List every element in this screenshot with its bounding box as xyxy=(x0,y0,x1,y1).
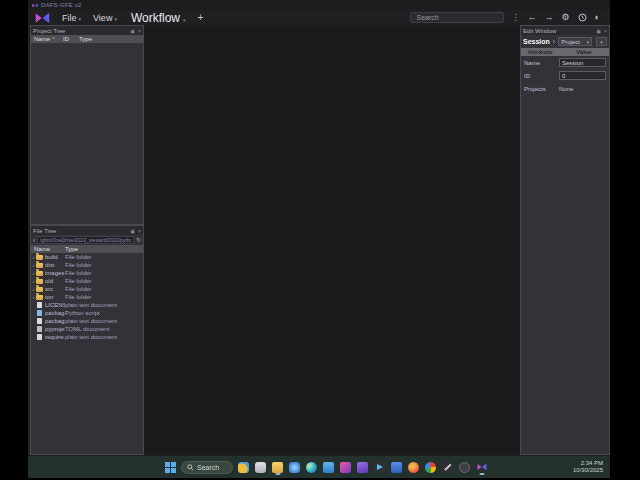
photo-viewer-icon xyxy=(425,462,436,473)
taskbar-notes-button[interactable] xyxy=(441,460,454,475)
file-tree-row[interactable]: › images File folder xyxy=(31,269,143,277)
close-panel-icon[interactable]: × xyxy=(138,228,141,234)
refresh-icon[interactable]: ↻ xyxy=(136,237,141,243)
column-type[interactable]: Type xyxy=(65,246,143,252)
file-tree-row[interactable]: pyproje... TOML document xyxy=(31,325,143,333)
taskbar-dev-app-button[interactable] xyxy=(458,460,471,475)
start-button[interactable] xyxy=(164,460,177,475)
float-panel-icon[interactable]: ▣ xyxy=(596,28,601,34)
close-panel-icon[interactable]: × xyxy=(138,28,141,34)
column-name[interactable]: Name xyxy=(31,246,65,252)
menubar: File ▾ View ▾ Workflow ▾ + ⋮ ← → ⚙ xyxy=(28,10,610,25)
file-tree-row[interactable]: LICENS... plain text document xyxy=(31,301,143,309)
taskbar-edge-button[interactable] xyxy=(305,460,318,475)
taskbar-widgets-button[interactable] xyxy=(237,460,250,475)
file-tree-row[interactable]: packag... Python script xyxy=(31,309,143,317)
search-input[interactable] xyxy=(410,12,504,23)
taskbar-browser-button[interactable] xyxy=(407,460,420,475)
dev-app-icon xyxy=(459,462,470,473)
titlebar[interactable]: DAFS-GFE v2 xyxy=(28,0,610,10)
history-clock-icon[interactable] xyxy=(578,13,587,22)
project-tree-title: Project Tree xyxy=(33,28,65,34)
taskbar-file-explorer-button[interactable] xyxy=(271,460,284,475)
app-logo-icon-large xyxy=(35,12,50,24)
folder-icon xyxy=(36,279,43,284)
text-file-icon xyxy=(37,302,42,308)
theme-toggle-icon[interactable]: ◐ xyxy=(595,13,600,22)
app-logo-icon xyxy=(32,3,38,8)
project-dropdown[interactable]: Project ▾ xyxy=(558,37,592,46)
windows-start-icon xyxy=(165,462,176,473)
taskbar-search-button[interactable]: Search xyxy=(181,461,233,474)
menu-file[interactable]: File ▾ xyxy=(62,13,81,23)
column-id[interactable]: ID xyxy=(63,36,79,42)
taskbar-workflow-app-button[interactable] xyxy=(475,460,488,475)
gear-icon[interactable]: ⚙ xyxy=(561,13,569,22)
file-tree-row[interactable]: › dist File folder xyxy=(31,261,143,269)
file-type: plain text document xyxy=(65,334,143,340)
window-title: DAFS-GFE v2 xyxy=(41,2,82,8)
projects-value-text: None xyxy=(559,86,573,92)
running-indicator xyxy=(275,473,280,475)
system-clock[interactable]: 2:34 PM 10/30/2025 xyxy=(573,460,603,474)
panel-controls: ▣ × xyxy=(130,28,141,34)
menu-view-label: View xyxy=(93,13,112,23)
menu-view[interactable]: View ▾ xyxy=(93,13,117,23)
taskbar-photo-viewer-button[interactable] xyxy=(424,460,437,475)
file-tree-row[interactable]: › old File folder xyxy=(31,277,143,285)
forward-icon[interactable]: → xyxy=(544,13,553,22)
chevron-down-icon: ▾ xyxy=(183,17,186,23)
browser-icon xyxy=(408,462,419,473)
chevron-down-icon: ▾ xyxy=(600,39,603,45)
workflow-canvas[interactable] xyxy=(144,25,520,455)
file-type: File folder xyxy=(65,278,143,284)
kebab-menu-icon[interactable]: ⋮ xyxy=(511,14,519,22)
back-icon[interactable]: ← xyxy=(527,13,536,22)
file-tree-row[interactable]: packag... plain text document xyxy=(31,317,143,325)
file-tree-row[interactable]: › build File folder xyxy=(31,253,143,261)
path-input[interactable] xyxy=(37,236,134,244)
taskbar-vlc-button[interactable] xyxy=(373,460,386,475)
taskbar-store-button[interactable] xyxy=(322,460,335,475)
chevron-right-icon: › xyxy=(553,38,555,45)
secondary-dropdown[interactable]: ▾ xyxy=(596,37,607,46)
folder-icon xyxy=(36,271,43,276)
tab-workflow[interactable]: Workflow ▾ xyxy=(131,11,186,25)
taskbar-mail-button[interactable] xyxy=(390,460,403,475)
left-column: Project Tree ▣ × Name ^ ID Type xyxy=(30,25,144,455)
column-name[interactable]: Name ^ xyxy=(31,36,63,42)
clock-time: 2:34 PM xyxy=(573,460,603,467)
file-name: images xyxy=(45,270,65,276)
edit-window-panel: Edit Window ▣ × Session › Project ▾ ▾ xyxy=(520,25,610,455)
file-tree-row[interactable]: › ton File folder xyxy=(31,293,143,301)
float-panel-icon[interactable]: ▣ xyxy=(130,228,135,234)
breadcrumb[interactable]: Session xyxy=(523,38,550,45)
id-value-input[interactable] xyxy=(559,71,606,80)
chevron-down-icon: ▾ xyxy=(114,16,117,22)
path-back-icon[interactable]: ‹ xyxy=(33,237,35,244)
close-panel-icon[interactable]: × xyxy=(604,28,607,34)
taskbar: Search 2:34 PM 10/30/ xyxy=(28,456,610,478)
taskbar-search-label: Search xyxy=(197,464,219,471)
attribute-column-label: Attribute xyxy=(521,49,559,55)
edit-window-title: Edit Window xyxy=(523,28,556,34)
column-type[interactable]: Type xyxy=(79,36,143,42)
running-indicator xyxy=(479,473,484,475)
table-row: ID xyxy=(521,69,609,82)
store-icon xyxy=(323,462,334,473)
taskbar-media-app-button[interactable] xyxy=(339,460,352,475)
new-tab-button[interactable]: + xyxy=(198,12,204,23)
taskbar-photos-button[interactable] xyxy=(288,460,301,475)
file-name: old xyxy=(45,278,65,284)
project-tree-column-header: Name ^ ID Type xyxy=(31,35,143,43)
vlc-icon xyxy=(374,462,385,473)
name-value-input[interactable] xyxy=(559,58,606,67)
float-panel-icon[interactable]: ▣ xyxy=(130,28,135,34)
taskbar-creative-app-button[interactable] xyxy=(356,460,369,475)
attribute-name-label: Name xyxy=(521,60,559,66)
table-row: Name xyxy=(521,56,609,69)
file-tree-row[interactable]: › src File folder xyxy=(31,285,143,293)
file-tree-row[interactable]: require... plain text document xyxy=(31,333,143,341)
app-window: DAFS-GFE v2 File ▾ View ▾ Workflow ▾ + ⋮ xyxy=(28,0,610,456)
taskbar-copilot-button[interactable] xyxy=(254,460,267,475)
